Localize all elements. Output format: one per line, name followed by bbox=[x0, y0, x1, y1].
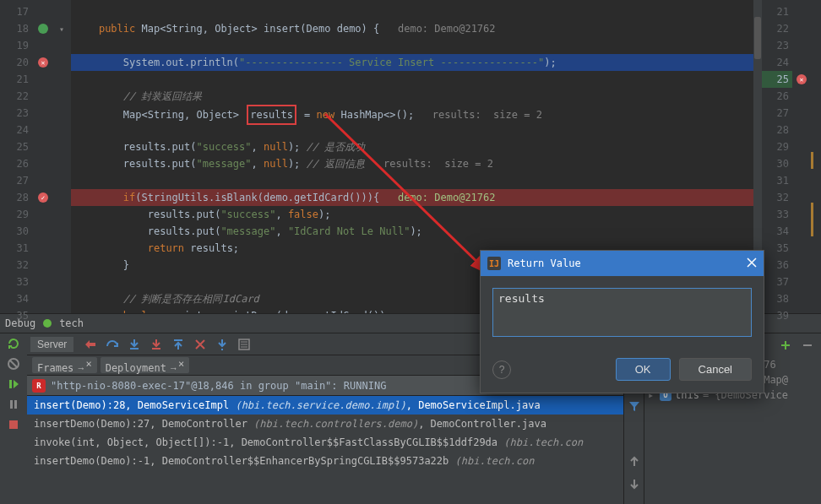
up-arrow-icon[interactable] bbox=[628, 455, 641, 469]
svg-rect-7 bbox=[130, 348, 139, 350]
svg-rect-4 bbox=[10, 400, 13, 409]
inline-hint: results: size = 2 bbox=[432, 109, 542, 121]
drop-frame-icon[interactable] bbox=[193, 338, 207, 351]
step-into-icon[interactable] bbox=[128, 338, 141, 351]
thread-badge-icon: R bbox=[32, 379, 46, 393]
force-step-into-icon[interactable] bbox=[150, 338, 163, 351]
stack-frame[interactable]: insertDemo(Demo):27, DemoController (hbi… bbox=[27, 415, 623, 433]
inline-hint: demo: Demo@21762 bbox=[398, 23, 496, 35]
chevron-down-icon[interactable]: ▾ bbox=[59, 24, 64, 34]
add-watch-icon[interactable] bbox=[779, 339, 792, 352]
right-editor-stripe bbox=[811, 0, 821, 313]
dialog-titlebar[interactable]: IJ Return Value bbox=[481, 251, 764, 276]
down-arrow-icon[interactable] bbox=[628, 477, 641, 490]
show-execution-point-icon[interactable] bbox=[84, 338, 97, 351]
breakpoint-muted-icon[interactable]: ✕ bbox=[797, 74, 807, 84]
pause-icon[interactable] bbox=[7, 398, 20, 411]
stack-frame[interactable]: insertDemo(Demo):-1, DemoController$$Enh… bbox=[27, 452, 623, 470]
right-line-gutter: 212223 242526 272829 303132 333435 36373… bbox=[762, 0, 792, 313]
cancel-button[interactable]: Cancel bbox=[679, 358, 752, 381]
return-value-dialog: IJ Return Value ? OK Cancel bbox=[480, 250, 764, 393]
dialog-title: Return Value bbox=[508, 257, 581, 269]
help-icon[interactable]: ? bbox=[492, 360, 511, 379]
run-to-cursor-icon[interactable] bbox=[215, 338, 229, 351]
stop-icon[interactable] bbox=[7, 357, 20, 371]
app-icon: IJ bbox=[487, 257, 501, 270]
step-out-icon[interactable] bbox=[171, 338, 185, 351]
svg-rect-6 bbox=[9, 420, 18, 429]
remove-watch-icon[interactable] bbox=[801, 339, 814, 352]
return-value-input[interactable] bbox=[492, 288, 752, 337]
stop-square-icon[interactable] bbox=[7, 418, 20, 431]
code-line: System.out.println("---------------- Ser… bbox=[123, 57, 557, 68]
frame-list[interactable]: insert(Demo):28, DemoServiceImpl (hbi.te… bbox=[27, 396, 623, 504]
right-breakpoint-gutter[interactable]: ✕ bbox=[792, 0, 811, 313]
stack-frame[interactable]: invoke(int, Object, Object[]):-1, DemoCo… bbox=[27, 433, 623, 452]
tab-server[interactable]: Server bbox=[30, 337, 73, 352]
inline-hint: demo: Demo@21762 bbox=[398, 192, 496, 203]
line-number-gutter: 171819 202122 232425 262728 293031 32333… bbox=[0, 0, 34, 313]
inline-hint: results: size = 2 bbox=[383, 158, 493, 170]
rerun-icon[interactable] bbox=[7, 337, 20, 350]
subtab-frames[interactable]: Frames →× bbox=[32, 357, 97, 373]
keyword: public bbox=[99, 23, 142, 35]
comment: // 封装返回结果 bbox=[123, 90, 203, 102]
resume-icon[interactable] bbox=[7, 377, 20, 391]
svg-line-2 bbox=[10, 360, 17, 367]
filter-icon[interactable] bbox=[628, 399, 641, 413]
breakpoint-muted-icon[interactable]: ✕ bbox=[38, 57, 48, 68]
svg-rect-5 bbox=[14, 400, 17, 409]
override-marker-icon bbox=[38, 24, 48, 34]
highlighted-variable: results bbox=[247, 105, 296, 125]
subtab-deployment[interactable]: Deployment →× bbox=[101, 357, 190, 373]
breakpoint-active-icon[interactable]: ✓ bbox=[38, 192, 48, 203]
svg-rect-8 bbox=[152, 348, 160, 350]
stack-frame[interactable]: insert(Demo):28, DemoServiceImpl (hbi.te… bbox=[27, 396, 623, 415]
step-over-icon[interactable] bbox=[106, 338, 119, 351]
close-icon[interactable] bbox=[747, 257, 757, 270]
fold-gutter[interactable]: ▾ bbox=[52, 0, 71, 313]
thread-name: "http-nio-8080-exec-17"@18,846 in group … bbox=[51, 380, 386, 392]
ok-button[interactable]: OK bbox=[616, 358, 671, 381]
comment: // 判断是否存在相同IdCard bbox=[123, 293, 259, 305]
svg-rect-3 bbox=[9, 380, 12, 388]
svg-rect-9 bbox=[174, 339, 182, 341]
debug-side-buttons bbox=[0, 333, 27, 504]
evaluate-icon[interactable] bbox=[237, 338, 251, 351]
breakpoint-gutter[interactable]: ✕ ✓ bbox=[34, 0, 52, 313]
scrollbar-thumb[interactable] bbox=[754, 17, 761, 59]
